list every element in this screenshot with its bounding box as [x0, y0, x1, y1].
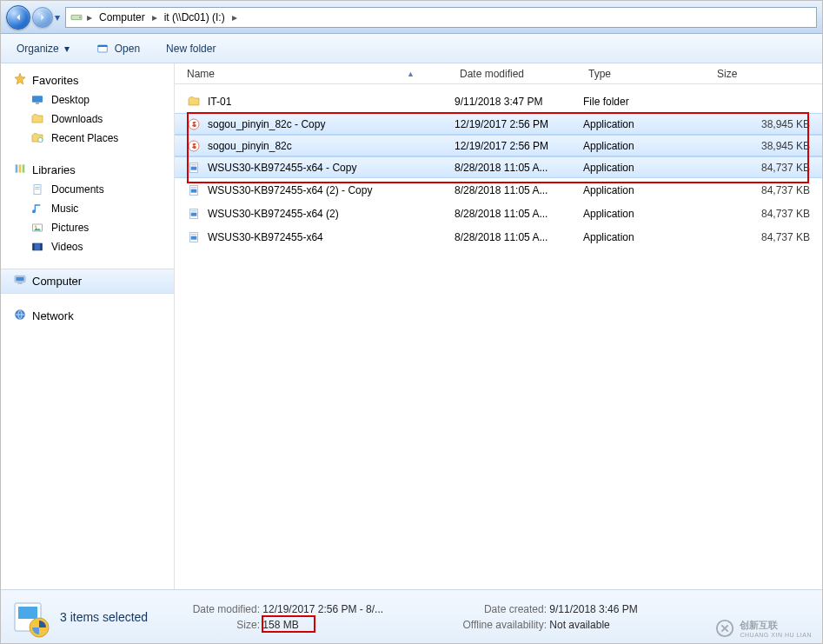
application-icon — [187, 183, 201, 197]
svg-rect-37 — [18, 607, 37, 619]
svg-rect-7 — [16, 164, 18, 172]
back-button[interactable] — [6, 5, 30, 30]
new-folder-button[interactable]: New folder — [161, 40, 221, 57]
sidebar-item-music[interactable]: Music — [1, 199, 174, 218]
file-row[interactable]: WSUS30-KB972455-x64 (2)8/28/2018 11:05 A… — [175, 202, 822, 225]
date-created-value: 9/11/2018 3:46 PM — [549, 603, 637, 615]
application-icon — [187, 161, 201, 175]
sidebar-item-label: Desktop — [51, 94, 90, 106]
star-icon — [13, 72, 27, 89]
file-size: 84,737 KB — [712, 184, 822, 196]
chevron-down-icon: ▾ — [64, 43, 70, 55]
size-label: Size: — [182, 617, 260, 633]
crumb-drive[interactable]: it (\\Dc01) (I:) — [161, 10, 229, 24]
file-row[interactable]: IT-019/11/2018 3:47 PMFile folder — [175, 90, 822, 113]
svg-rect-3 — [97, 45, 107, 47]
column-type[interactable]: Type — [583, 68, 712, 80]
details-title: 3 items selected — [60, 609, 173, 625]
documents-icon — [30, 183, 44, 196]
sidebar-item-label: Videos — [51, 241, 83, 253]
organize-button[interactable]: Organize ▾ — [11, 40, 75, 57]
file-name: sogou_pinyin_82c - Copy — [208, 118, 325, 130]
file-type: Application — [583, 231, 712, 243]
svg-point-14 — [35, 225, 37, 228]
size-value: 158 MB — [262, 619, 298, 631]
svg-rect-26 — [191, 164, 197, 165]
details-icon — [10, 596, 51, 638]
svg-rect-19 — [16, 277, 23, 282]
computer-group[interactable]: Computer — [1, 269, 174, 294]
pictures-icon — [30, 221, 44, 235]
address-bar[interactable]: ▸ Computer ▸ it (\\Dc01) (I:) ▸ — [65, 7, 817, 28]
file-row[interactable]: sogou_pinyin_82c12/19/2017 2:56 PMApplic… — [175, 135, 822, 156]
forward-button[interactable] — [32, 7, 53, 28]
date-modified-value: 12/19/2017 2:56 PM - 8/... — [262, 603, 383, 615]
file-name: WSUS30-KB972455-x64 (2) - Copy — [208, 184, 372, 196]
file-type: File folder — [583, 96, 712, 108]
nav-buttons: ▾ — [6, 5, 60, 30]
file-row[interactable]: WSUS30-KB972455-x64 - Copy8/28/2018 11:0… — [175, 156, 822, 178]
file-size: 84,737 KB — [712, 231, 822, 243]
network-group[interactable]: Network — [1, 306, 174, 326]
sidebar-item-documents[interactable]: Documents — [1, 180, 174, 199]
file-date: 12/19/2017 2:56 PM — [455, 140, 583, 152]
sort-asc-icon: ▲ — [407, 70, 449, 78]
file-row[interactable]: sogou_pinyin_82c - Copy12/19/2017 2:56 P… — [175, 113, 822, 135]
network-label: Network — [32, 309, 74, 322]
column-name[interactable]: Name▲ — [175, 68, 455, 80]
folder-icon — [30, 112, 44, 126]
watermark-icon — [715, 619, 734, 638]
favorites-label: Favorites — [32, 74, 78, 87]
svg-rect-29 — [191, 187, 197, 188]
file-name: WSUS30-KB972455-x64 - Copy — [208, 162, 356, 174]
sidebar-item-label: Pictures — [51, 222, 89, 234]
svg-rect-4 — [32, 96, 43, 102]
application-icon — [187, 117, 201, 131]
offline-value: Not available — [549, 619, 609, 631]
libraries-group[interactable]: Libraries — [1, 160, 174, 180]
svg-rect-20 — [17, 282, 22, 283]
history-dropdown[interactable]: ▾ — [55, 11, 60, 23]
file-row[interactable]: WSUS30-KB972455-x648/28/2018 11:05 A...A… — [175, 225, 822, 249]
sidebar-item-videos[interactable]: Videos — [1, 237, 174, 256]
file-date: 9/11/2018 3:47 PM — [455, 96, 583, 108]
open-button[interactable]: Open — [90, 39, 145, 58]
file-name: IT-01 — [208, 96, 231, 108]
libraries-icon — [13, 162, 27, 178]
sidebar-item-label: Music — [51, 202, 78, 215]
svg-rect-34 — [191, 236, 197, 239]
details-pane: 3 items selected Date modified: 12/19/20… — [1, 589, 822, 643]
application-icon — [187, 207, 201, 221]
date-created-label: Date created: — [442, 601, 547, 617]
svg-rect-25 — [191, 166, 197, 169]
column-size[interactable]: Size — [712, 68, 822, 80]
computer-icon — [13, 273, 27, 289]
folder-icon — [187, 95, 201, 109]
navigation-pane[interactable]: Favorites Desktop Downloads Recent Place… — [1, 63, 175, 589]
open-icon — [96, 42, 110, 56]
sidebar-item-pictures[interactable]: Pictures — [1, 218, 174, 237]
file-rows[interactable]: IT-019/11/2018 3:47 PMFile foldersogou_p… — [175, 84, 822, 589]
file-name: WSUS30-KB972455-x64 (2) — [208, 208, 339, 220]
file-row[interactable]: WSUS30-KB972455-x64 (2) - Copy8/28/2018 … — [175, 178, 822, 202]
file-size: 38,945 KB — [712, 118, 822, 130]
file-type: Application — [583, 184, 712, 196]
arrow-left-icon — [12, 11, 24, 23]
date-modified-label: Date modified: — [182, 601, 260, 617]
crumb-computer[interactable]: Computer — [96, 10, 149, 24]
svg-rect-16 — [33, 243, 35, 250]
favorites-group[interactable]: Favorites — [1, 70, 174, 90]
application-icon — [187, 230, 201, 244]
column-date[interactable]: Date modified — [455, 68, 583, 80]
sidebar-item-desktop[interactable]: Desktop — [1, 90, 174, 110]
file-list-pane: Name▲ Date modified Type Size IT-019/11/… — [175, 63, 822, 589]
svg-rect-28 — [191, 189, 197, 192]
sidebar-item-downloads[interactable]: Downloads — [1, 110, 174, 129]
sidebar-item-recent[interactable]: Recent Places — [1, 129, 174, 148]
application-icon — [187, 139, 201, 153]
new-folder-label: New folder — [166, 43, 216, 55]
svg-rect-35 — [191, 234, 197, 235]
computer-label: Computer — [32, 275, 82, 288]
crumb-sep-icon: ▸ — [87, 11, 92, 23]
desktop-icon — [30, 93, 44, 107]
